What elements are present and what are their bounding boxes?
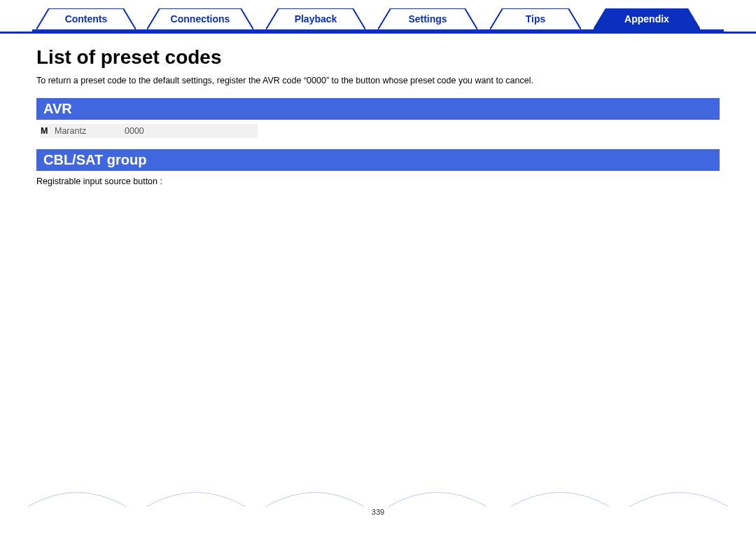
page-title: List of preset codes: [36, 46, 720, 69]
page-number: 339: [0, 508, 756, 516]
tab-label: Contents: [65, 13, 108, 25]
footer-decoration: [0, 485, 756, 506]
top-nav: Contents Connections Playback Settings T…: [0, 4, 756, 34]
avr-code-row: M Marantz 0000: [41, 124, 720, 138]
tab-playback[interactable]: Playback: [266, 8, 365, 29]
page-content: List of preset codes To return a preset …: [0, 34, 756, 186]
tab-label: Connections: [171, 13, 230, 25]
nav-underline: [32, 29, 724, 32]
cblsat-note: Registrable input source button :: [36, 176, 720, 186]
tab-label: Appendix: [624, 13, 669, 25]
tab-tips[interactable]: Tips: [490, 8, 581, 29]
tab-label: Settings: [408, 13, 447, 25]
avr-code: 0000: [125, 126, 144, 136]
tab-label: Playback: [295, 13, 337, 25]
tab-contents[interactable]: Contents: [36, 8, 136, 29]
tab-settings[interactable]: Settings: [378, 8, 477, 29]
avr-index-letter: M: [41, 126, 55, 136]
tab-label: Tips: [526, 13, 546, 25]
avr-brand: Marantz: [55, 126, 125, 136]
tab-appendix[interactable]: Appendix: [594, 8, 700, 29]
section-heading-cblsat: CBL/SAT group: [36, 149, 720, 171]
tab-connections[interactable]: Connections: [147, 8, 253, 29]
section-heading-avr: AVR: [36, 98, 720, 120]
intro-text: To return a preset code to the default s…: [36, 76, 720, 85]
